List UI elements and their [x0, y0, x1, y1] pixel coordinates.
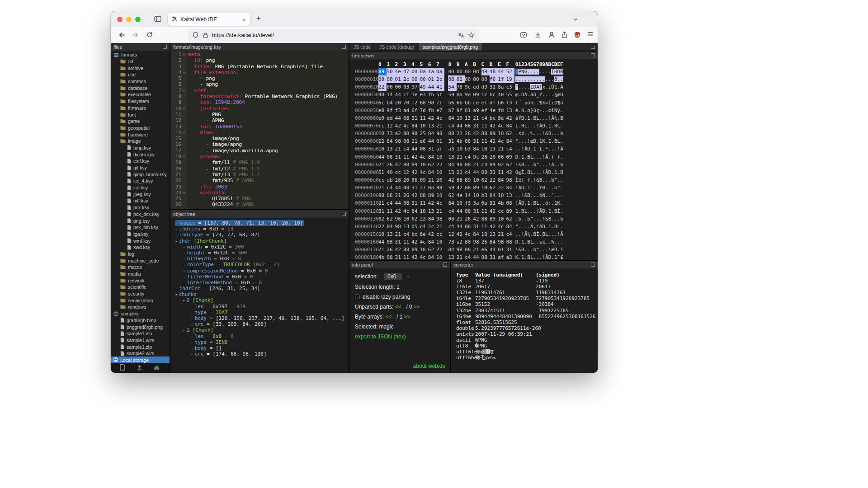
code-line[interactable]: 21 - fmt/13 # PNG 1.2 — [170, 172, 349, 178]
hex-byte[interactable]: 08 — [465, 137, 473, 145]
tree-item-filesystem[interactable]: filesystem — [111, 98, 170, 105]
hex-byte[interactable]: 62 — [506, 130, 514, 137]
hex-byte[interactable]: 08 — [420, 145, 428, 153]
hex-byte[interactable]: 2c — [403, 75, 411, 83]
url-bar[interactable]: https://ide.kaitai.io/devel/ — [188, 29, 479, 41]
hex-byte[interactable]: bb — [465, 99, 473, 107]
hex-byte[interactable]: 62 — [506, 161, 514, 169]
object-tree-item-1[interactable]: ▾1 [Chunk] — [170, 327, 349, 333]
hex-row-00000080[interactable]: 000000801073a280982584980821264288891062… — [355, 130, 598, 137]
hex-byte[interactable]: 08 — [465, 223, 473, 230]
hex-byte[interactable]: af — [436, 145, 444, 153]
hex-byte[interactable]: 13 — [448, 169, 456, 176]
hex-byte[interactable]: 10 — [481, 184, 490, 192]
fold-caret-icon[interactable]: ▾ — [181, 154, 187, 160]
hex-byte[interactable]: 40 — [378, 91, 387, 99]
hex-byte[interactable]: 50 — [387, 68, 395, 75]
hex-ascii[interactable]: ..!Ä¼.BÌ.BL...!Ä — [515, 231, 563, 237]
hex-ascii[interactable]: .s¢..%...!&B...b — [515, 131, 563, 136]
new-tab-button[interactable]: + — [256, 14, 261, 23]
hex-byte[interactable]: 10 — [457, 145, 465, 153]
hex-byte[interactable]: 08 — [506, 238, 514, 246]
tree-item-gimp_brush.ksy[interactable]: gimp_brush.ksy — [111, 171, 170, 178]
hex-byte[interactable]: cc — [378, 122, 387, 130]
hex-byte[interactable]: 42 — [395, 246, 403, 253]
hex-byte[interactable]: 9d — [465, 91, 473, 99]
hex-byte[interactable]: 21 — [498, 230, 506, 238]
code-line[interactable]: 20 - fmt/12 # PNG 1.1 — [170, 166, 349, 172]
code-line[interactable]: 9 iso: 15948:2004 — [170, 99, 349, 105]
tree-item-3d[interactable]: 3d — [111, 58, 170, 65]
hex-byte[interactable]: 12 — [448, 230, 456, 238]
hex-byte[interactable]: 42 — [395, 122, 403, 130]
hex-byte[interactable]: 84 — [387, 223, 395, 230]
tree-item-font[interactable]: font — [111, 111, 170, 118]
hex-byte[interactable]: 97 — [411, 83, 420, 91]
hex-byte[interactable]: 21 — [378, 246, 387, 253]
selection-start-input[interactable]: 0x0 — [384, 273, 402, 280]
hex-row-00000100[interactable]: 000001009808212642888910624e1410b3841013… — [355, 192, 598, 199]
hex-byte[interactable]: f3 — [506, 99, 514, 107]
object-tree-item-width[interactable]: -width = 0x12C = 300 — [170, 244, 349, 250]
hex-byte[interactable]: b3 — [465, 145, 473, 153]
object-tree-item-chunks[interactable]: ▾chunks — [170, 291, 349, 297]
hex-byte[interactable]: 70 — [403, 99, 411, 107]
hex-row-00000110[interactable]: 0000011021c444083111424c8410f33a0a314b08… — [355, 199, 598, 207]
tree-item-machine_code[interactable]: machine_code — [111, 257, 170, 264]
hex-row-00000120[interactable]: 000001203111424c84101321c44408311142cc89… — [355, 207, 598, 215]
code-line[interactable]: 1▾meta: — [170, 52, 349, 57]
hex-byte[interactable]: 0a — [420, 68, 428, 75]
hex-byte[interactable]: 13 — [506, 192, 514, 199]
hex-ascii[interactable]: D.1.BL..s¢..%... — [515, 239, 563, 245]
hex-byte[interactable]: 13 — [465, 114, 473, 122]
maximise-icon[interactable] — [342, 212, 346, 216]
hex-byte[interactable]: 13 — [506, 107, 514, 114]
hex-byte[interactable]: 00 — [387, 83, 395, 91]
code-line[interactable]: 10▾ justsolve: — [170, 106, 349, 112]
hex-byte[interactable]: 05 — [411, 223, 420, 230]
hex-byte[interactable]: 42 — [411, 238, 420, 246]
tree-item-exif.ksy[interactable]: exif.ksy — [111, 158, 170, 164]
hex-byte[interactable]: 08 — [481, 253, 490, 260]
hex-byte[interactable]: 44 — [428, 137, 436, 145]
hex-byte[interactable]: 89 — [473, 184, 481, 192]
hex-row-00000090[interactable]: 000000902284980821e64401314b083111424c84… — [355, 137, 598, 145]
hex-byte[interactable]: 12 — [403, 169, 411, 176]
hex-row-00000040[interactable]: 000000406cb42070f268987fb66bbbceefdfb6f3… — [355, 99, 598, 107]
hex-row-000000f0[interactable]: 000000f021c4440831270a885942888910622284… — [355, 184, 598, 192]
hex-byte[interactable]: 10 — [378, 230, 387, 238]
hex-byte[interactable]: 88 — [403, 161, 411, 169]
hex-ascii[interactable]: D.1.BL...!Ä.( f. — [515, 154, 563, 160]
hex-byte[interactable]: 31 — [473, 137, 481, 145]
hex-byte[interactable]: cc — [395, 169, 403, 176]
object-tree-item-body[interactable]: -body = [] — [170, 345, 349, 351]
hex-byte[interactable]: 55 — [506, 91, 514, 99]
hex-ascii[interactable]: "....Ä,!ÄD.1.BL. — [515, 224, 563, 230]
hex-byte[interactable]: 21 — [457, 169, 465, 176]
hex-row-00000030[interactable]: 00000030401444c11ee3fb5f598a9d091cbc4055… — [355, 91, 598, 99]
hex-byte[interactable]: 4c — [420, 238, 428, 246]
hex-byte[interactable]: 0d — [411, 68, 420, 75]
hex-byte[interactable]: e7 — [436, 107, 444, 114]
object-tree-item-ihdr[interactable]: ▾ihdr [IhdrChunk] — [170, 238, 349, 244]
hex-byte[interactable]: 11 — [481, 223, 490, 230]
hex-byte[interactable]: 52 — [506, 68, 514, 75]
hex-byte[interactable]: 31 — [490, 199, 498, 207]
hex-byte[interactable]: 31 — [411, 184, 420, 192]
code-line[interactable]: 4▾ file-extension: — [170, 70, 349, 75]
hex-byte[interactable]: 88 — [457, 176, 465, 184]
object-tree-item-crc[interactable]: -crc = [33, 203, 84, 209] — [170, 321, 349, 327]
hex-byte[interactable]: 44 — [395, 91, 403, 99]
hex-byte[interactable]: ed — [473, 83, 481, 91]
hex-byte[interactable]: 10 — [481, 145, 490, 153]
hex-byte[interactable]: 0a — [481, 199, 490, 207]
hex-row-00000150[interactable]: 00000150101321c4bc8e42cc12424c84101321c4… — [355, 230, 598, 238]
object-tree-item-height[interactable]: -height = 0x12C = 300 — [170, 250, 349, 256]
hex-byte[interactable]: b6 — [498, 99, 506, 107]
hex-ascii[interactable]: .PNG........IHDR — [515, 69, 563, 75]
hex-byte[interactable]: e6 — [481, 246, 490, 253]
hex-byte[interactable]: 22 — [378, 83, 387, 91]
hex-byte[interactable]: 22 — [436, 246, 444, 253]
hex-byte[interactable]: f3 — [465, 199, 473, 207]
hex-byte[interactable]: 00 — [420, 75, 428, 83]
